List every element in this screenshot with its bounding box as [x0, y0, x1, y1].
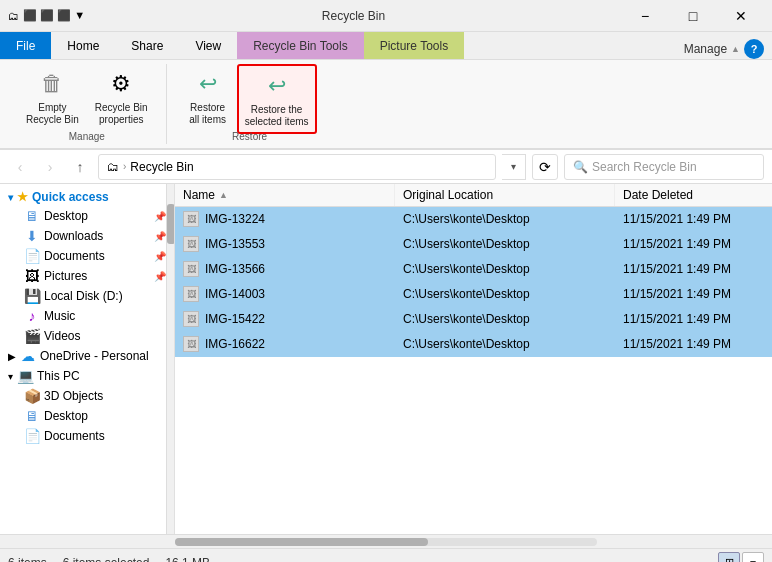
sidebar-scrollbar[interactable]	[166, 184, 174, 534]
window-title: Recycle Bin	[85, 9, 622, 23]
sidebar-item-documents[interactable]: 📄 Documents 📌	[0, 246, 174, 266]
pc-icon: 💻	[17, 368, 33, 384]
file-name: IMG-13553	[205, 237, 265, 251]
sidebar-item-localdisk[interactable]: 💾 Local Disk (D:)	[0, 286, 174, 306]
path-text: Recycle Bin	[130, 160, 193, 174]
path-icon: 🗂	[107, 160, 119, 174]
list-view-button[interactable]: ≡	[742, 552, 764, 563]
forward-button[interactable]: ›	[38, 155, 62, 179]
restore-selected-icon: ↩	[261, 70, 293, 102]
file-row[interactable]: 🖼 IMG-13566 C:\Users\konte\Desktop 11/15…	[175, 257, 772, 282]
restore-all-items-button[interactable]: ↩ Restoreall items	[183, 64, 233, 130]
file-row[interactable]: 🖼 IMG-13553 C:\Users\konte\Desktop 11/15…	[175, 232, 772, 257]
properties-label: Recycle Binproperties	[95, 102, 148, 126]
file-date-cell: 11/15/2021 1:49 PM	[615, 333, 772, 355]
sidebar-item-downloads[interactable]: ⬇ Downloads 📌	[0, 226, 174, 246]
title-bar-left: 🗂 ⬛ ⬛ ⬛ ▼	[8, 9, 85, 22]
sidebar-quick-access[interactable]: ▾ ★ Quick access	[0, 188, 174, 206]
sidebar-item-pictures[interactable]: 🖼 Pictures 📌	[0, 266, 174, 286]
col-header-name[interactable]: Name ▲	[175, 184, 395, 206]
minimize-button[interactable]: −	[622, 0, 668, 32]
back-button[interactable]: ‹	[8, 155, 32, 179]
file-row[interactable]: 🖼 IMG-14003 C:\Users\konte\Desktop 11/15…	[175, 282, 772, 307]
file-name-cell: 🖼 IMG-13224	[175, 207, 395, 231]
tab-picture-tools[interactable]: Picture Tools	[364, 32, 464, 59]
quick-access-toolbar[interactable]: ⬛ ⬛ ⬛ ▼	[23, 9, 85, 22]
ribbon-group-manage: 🗑 EmptyRecycle Bin ⚙ Recycle Binproperti…	[8, 64, 167, 144]
sidebar-onedrive-label: OneDrive - Personal	[40, 349, 149, 363]
file-location-cell: C:\Users\konte\Desktop	[395, 258, 615, 280]
col-name-label: Name	[183, 188, 215, 202]
file-row[interactable]: 🖼 IMG-16622 C:\Users\konte\Desktop 11/15…	[175, 332, 772, 357]
sidebar-item-videos[interactable]: 🎬 Videos	[0, 326, 174, 346]
onedrive-icon: ☁	[20, 348, 36, 364]
file-list[interactable]: Name ▲ Original Location Date Deleted 🖼 …	[175, 184, 772, 534]
sidebar: ▾ ★ Quick access 🖥 Desktop 📌 ⬇ Downloads…	[0, 184, 175, 534]
recycle-bin-properties-button[interactable]: ⚙ Recycle Binproperties	[89, 64, 154, 130]
restore-selected-items-button[interactable]: ↩ Restore theselected items	[237, 64, 317, 134]
documents2-icon: 📄	[24, 428, 40, 444]
sidebar-item-3dobjects[interactable]: 📦 3D Objects	[0, 386, 174, 406]
search-box[interactable]: 🔍 Search Recycle Bin	[564, 154, 764, 180]
quick-access-arrow: ▾	[8, 192, 13, 203]
tab-recycle-bin-tools[interactable]: Recycle Bin Tools	[237, 32, 364, 59]
sidebar-item-documents2[interactable]: 📄 Documents	[0, 426, 174, 446]
file-thumb-icon: 🖼	[183, 211, 199, 227]
status-selected: 6 items selected	[63, 556, 150, 563]
search-icon: 🔍	[573, 160, 588, 174]
quick-access-icon: ★	[17, 190, 28, 204]
file-thumb-icon: 🖼	[183, 336, 199, 352]
file-name-cell: 🖼 IMG-13566	[175, 257, 395, 281]
restore-all-icon: ↩	[192, 68, 224, 100]
sidebar-item-music[interactable]: ♪ Music	[0, 306, 174, 326]
help-button[interactable]: ?	[744, 39, 764, 59]
sidebar-desktop-label: Desktop	[44, 209, 88, 223]
sidebar-item-thispc[interactable]: ▾ 💻 This PC	[0, 366, 174, 386]
file-name: IMG-15422	[205, 312, 265, 326]
hscroll-thumb	[175, 538, 428, 546]
col-header-date[interactable]: Date Deleted	[615, 184, 772, 206]
up-button[interactable]: ↑	[68, 155, 92, 179]
file-row[interactable]: 🖼 IMG-15422 C:\Users\konte\Desktop 11/15…	[175, 307, 772, 332]
details-view-button[interactable]: ⊞	[718, 552, 740, 563]
file-date-cell: 11/15/2021 1:49 PM	[615, 308, 772, 330]
sidebar-desktop2-label: Desktop	[44, 409, 88, 423]
file-name: IMG-13566	[205, 262, 265, 276]
tab-file[interactable]: File	[0, 32, 51, 59]
name-sort-icon: ▲	[219, 190, 228, 200]
refresh-button[interactable]: ⟳	[532, 154, 558, 180]
path-dropdown[interactable]: ▾	[502, 154, 526, 180]
desktop-pin-icon: 📌	[154, 211, 166, 222]
downloads-icon: ⬇	[24, 228, 40, 244]
col-header-location[interactable]: Original Location	[395, 184, 615, 206]
pictures-pin-icon: 📌	[154, 271, 166, 282]
file-location-cell: C:\Users\konte\Desktop	[395, 233, 615, 255]
file-name: IMG-14003	[205, 287, 265, 301]
manage-group-label: Manage	[8, 131, 166, 142]
file-location-cell: C:\Users\konte\Desktop	[395, 208, 615, 230]
ribbon-group-restore: ↩ Restoreall items ↩ Restore theselected…	[171, 64, 329, 144]
sidebar-pictures-label: Pictures	[44, 269, 87, 283]
tab-view[interactable]: View	[179, 32, 237, 59]
view-toggle: ⊞ ≡	[718, 552, 764, 563]
empty-recycle-bin-button[interactable]: 🗑 EmptyRecycle Bin	[20, 64, 85, 130]
ribbon-restore-items: ↩ Restoreall items ↩ Restore theselected…	[183, 64, 317, 134]
desktop-icon: 🖥	[24, 208, 40, 224]
address-path[interactable]: 🗂 › Recycle Bin	[98, 154, 496, 180]
horizontal-scrollbar[interactable]	[0, 534, 772, 548]
sidebar-item-desktop[interactable]: 🖥 Desktop 📌	[0, 206, 174, 226]
file-name: IMG-13224	[205, 212, 265, 226]
file-thumb-icon: 🖼	[183, 286, 199, 302]
tab-share[interactable]: Share	[115, 32, 179, 59]
documents-icon: 📄	[24, 248, 40, 264]
sidebar-documents-label: Documents	[44, 249, 105, 263]
onedrive-arrow: ▶	[8, 351, 16, 362]
tab-home[interactable]: Home	[51, 32, 115, 59]
ribbon-tabs: File Home Share View Recycle Bin Tools P…	[0, 32, 772, 60]
maximize-button[interactable]: □	[670, 0, 716, 32]
sidebar-item-onedrive[interactable]: ▶ ☁ OneDrive - Personal	[0, 346, 174, 366]
close-button[interactable]: ✕	[718, 0, 764, 32]
sidebar-item-desktop2[interactable]: 🖥 Desktop	[0, 406, 174, 426]
file-row[interactable]: 🖼 IMG-13224 C:\Users\konte\Desktop 11/15…	[175, 207, 772, 232]
documents-pin-icon: 📌	[154, 251, 166, 262]
